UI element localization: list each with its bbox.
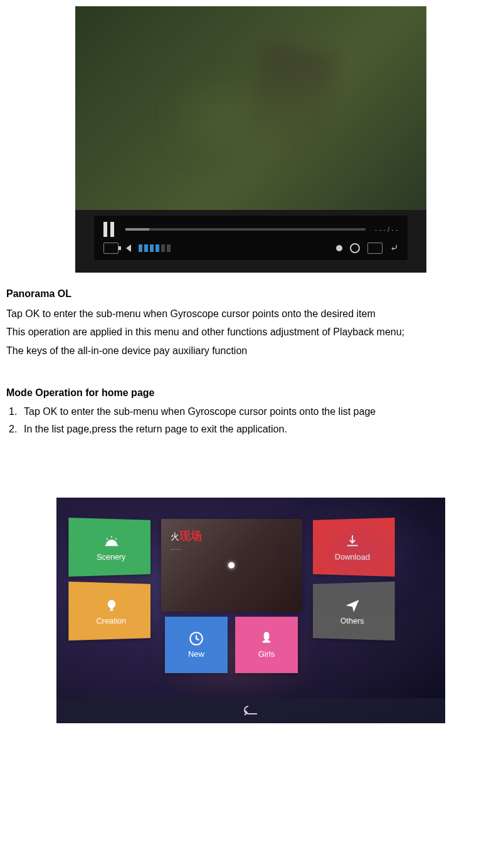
home-page: Scenery Creation 火现场 ……	[56, 498, 445, 723]
tile-label: Creation	[96, 615, 125, 625]
time-display: - - - / - -	[375, 226, 398, 233]
volume-bars[interactable]	[139, 244, 171, 252]
circle-icon[interactable]	[350, 243, 360, 253]
dot-icon[interactable]	[336, 245, 342, 251]
return-icon[interactable]	[242, 705, 260, 716]
tiles-container: Scenery Creation 火现场 ……	[69, 519, 433, 681]
mode-op-item1: Tap OK to enter the sub-menu when Gyrosc…	[6, 403, 495, 420]
home-page-screenshot: Scenery Creation 火现场 ……	[56, 498, 445, 723]
tile-label: New	[188, 649, 204, 659]
others-icon	[344, 597, 360, 613]
progress-bar[interactable]	[125, 228, 366, 231]
mode-op-heading: Mode Operation for home page	[6, 384, 495, 402]
bottom-bar	[56, 698, 445, 723]
speaker-icon[interactable]	[126, 244, 131, 252]
tile-download[interactable]: Download	[313, 518, 395, 577]
mode-op-item2: In the list page,press the return page t…	[6, 421, 495, 437]
new-icon	[188, 630, 204, 647]
video-player-screenshot: - - - / - - ⤶	[75, 6, 426, 273]
panorama-heading: Panorama OL	[6, 285, 495, 303]
creation-icon	[103, 597, 119, 613]
center-overlay: 火现场 ……	[171, 528, 202, 551]
tile-center-feature[interactable]: 火现场 ……	[161, 519, 302, 612]
tile-scenery[interactable]: Scenery	[68, 518, 150, 577]
secondary-controls: ⤶	[103, 242, 398, 254]
svg-rect-1	[110, 608, 112, 610]
tile-girls[interactable]: Girls	[235, 617, 298, 673]
tile-creation[interactable]: Creation	[68, 582, 150, 641]
svg-point-0	[107, 600, 115, 608]
download-icon	[344, 533, 360, 549]
progress-fill	[125, 228, 149, 231]
tile-label: Scenery	[97, 552, 125, 561]
gyro-cursor-icon	[228, 562, 235, 568]
center-subtext: ……	[171, 545, 202, 551]
tile-label: Girls	[258, 649, 275, 659]
video-player: - - - / - - ⤶	[75, 6, 426, 273]
tile-others[interactable]: Others	[313, 582, 395, 641]
panorama-line2: This operation are applied in this menu …	[6, 323, 495, 342]
girls-icon	[258, 630, 275, 647]
tile-label: Download	[335, 552, 370, 562]
panorama-line1: Tap OK to enter the sub-menu when Gyrosc…	[6, 305, 495, 323]
return-icon[interactable]: ⤶	[390, 242, 398, 254]
tile-label: Others	[340, 615, 364, 625]
playback-row: - - - / - -	[103, 222, 398, 237]
aspect-icon[interactable]	[367, 243, 382, 254]
panorama-line3: The keys of the all-in-one device pay au…	[6, 342, 495, 360]
subtitle-icon[interactable]	[103, 243, 119, 254]
pause-icon[interactable]	[103, 222, 116, 237]
scenery-icon	[103, 533, 119, 549]
mode-op-list: Tap OK to enter the sub-menu when Gyrosc…	[6, 403, 495, 437]
tile-new[interactable]: New	[165, 617, 228, 673]
player-controls: - - - / - - ⤶	[94, 216, 408, 260]
video-scene-image	[75, 6, 426, 210]
